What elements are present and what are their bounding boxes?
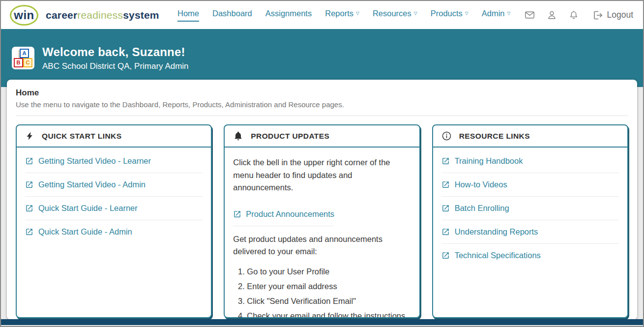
top-navbar: win careerreadinesssystem Home Dashboard…: [1, 1, 643, 29]
link-understanding-reports[interactable]: Understanding Reports: [441, 220, 619, 244]
welcome-title: Welcome back, Suzanne!: [42, 45, 189, 59]
step-item: Check your email and follow the instruct…: [247, 310, 410, 318]
nav-products[interactable]: Products▽: [431, 9, 468, 22]
verification-steps-list: Go to your User Profile Enter your email…: [238, 266, 410, 318]
divider: [16, 116, 628, 116]
banner-text: Welcome back, Suzanne! ABC School Distri…: [42, 45, 189, 71]
page-title: Home: [16, 88, 628, 98]
user-icon[interactable]: [546, 9, 557, 21]
quick-start-links-header: QUICK START LINKS: [17, 125, 211, 148]
product-updates-header: PRODUCT UPDATES: [225, 125, 419, 148]
district-role-subtitle: ABC School District QA, Primary Admin: [42, 61, 189, 71]
link-technical-specifications[interactable]: Technical Specifications: [441, 244, 619, 267]
quick-start-links-body: Getting Started Video - Learner Getting …: [17, 148, 211, 248]
logout-button[interactable]: Logout: [592, 9, 633, 21]
win-logo-ring: win: [10, 5, 38, 26]
brand-wordmark: careerreadinesssystem: [46, 9, 159, 21]
card-title: RESOURCE LINKS: [459, 132, 530, 141]
info-icon: [441, 131, 452, 141]
link-quick-start-guide-admin[interactable]: Quick Start Guide - Admin: [25, 220, 203, 243]
link-how-to-videos[interactable]: How-to Videos: [441, 173, 619, 197]
block-c: C: [23, 58, 32, 67]
logout-icon: [592, 9, 604, 21]
external-link-icon: [441, 251, 450, 260]
abc-blocks-icon: A B C: [12, 47, 34, 69]
bell-icon: [233, 131, 243, 141]
card-title: PRODUCT UPDATES: [251, 132, 329, 141]
link-product-announcements[interactable]: Product Announcements: [233, 203, 334, 226]
home-panel: Home Use the menu to navigate to the Das…: [7, 80, 637, 320]
bell-icon[interactable]: [568, 10, 579, 21]
welcome-banner: A B C Welcome back, Suzanne! ABC School …: [1, 29, 643, 87]
external-link-icon: [441, 204, 450, 212]
link-batch-enrolling[interactable]: Batch Enrolling: [441, 197, 619, 220]
resource-links-card: RESOURCE LINKS Training Handbook How-to …: [432, 124, 628, 318]
external-link-icon: [25, 157, 33, 165]
updates-email-text: Get product updates and announcements de…: [233, 233, 410, 258]
product-updates-body: Click the bell in the upper right corner…: [225, 148, 419, 318]
link-quick-start-guide-learner[interactable]: Quick Start Guide - Learner: [25, 197, 203, 220]
external-link-icon: [441, 180, 450, 189]
main-nav: Home Dashboard Assignments Reports▽ Reso…: [177, 9, 510, 22]
nav-reports[interactable]: Reports▽: [325, 9, 359, 22]
chevron-down-icon: ▽: [507, 11, 511, 16]
step-item: Click "Send Verification Email": [247, 295, 410, 307]
block-b: B: [14, 58, 23, 67]
external-link-icon: [25, 204, 33, 212]
page-description: Use the menu to navigate to the Dashboar…: [16, 100, 628, 109]
external-link-icon: [25, 180, 33, 189]
step-item: Enter your email address: [247, 280, 410, 293]
external-link-icon: [233, 210, 241, 218]
chevron-down-icon: ▽: [465, 11, 468, 16]
chevron-down-icon: ▽: [414, 11, 417, 16]
step-item: Go to your User Profile: [247, 266, 410, 278]
win-logo[interactable]: win careerreadinesssystem: [10, 5, 159, 26]
nav-icon-group: [524, 9, 579, 21]
cards-row: QUICK START LINKS Getting Started Video …: [16, 124, 628, 318]
updates-intro-text: Click the bell in the upper right corner…: [233, 156, 410, 194]
nav-assignments[interactable]: Assignments: [265, 9, 312, 22]
resource-links-header: RESOURCE LINKS: [433, 125, 627, 148]
link-getting-started-video-learner[interactable]: Getting Started Video - Learner: [25, 149, 203, 173]
footer-bar: [1, 319, 643, 325]
external-link-icon: [441, 157, 450, 165]
external-link-icon: [25, 228, 33, 236]
block-a: A: [20, 49, 29, 58]
card-title: QUICK START LINKS: [42, 132, 121, 141]
nav-admin[interactable]: Admin▽: [482, 9, 511, 22]
lightning-icon: [25, 131, 34, 141]
quick-start-links-card: QUICK START LINKS Getting Started Video …: [16, 124, 212, 318]
mail-icon[interactable]: [524, 9, 535, 21]
nav-home[interactable]: Home: [177, 9, 199, 22]
chevron-down-icon: ▽: [356, 11, 359, 16]
app-window: win careerreadinesssystem Home Dashboard…: [0, 0, 644, 327]
resource-links-body: Training Handbook How-to Videos Batch En…: [433, 148, 627, 272]
nav-dashboard[interactable]: Dashboard: [212, 9, 252, 22]
win-logo-text: win: [14, 9, 34, 21]
link-getting-started-video-admin[interactable]: Getting Started Video - Admin: [25, 173, 203, 197]
nav-resources[interactable]: Resources▽: [373, 9, 417, 22]
product-updates-card: PRODUCT UPDATES Click the bell in the up…: [224, 124, 420, 318]
link-training-handbook[interactable]: Training Handbook: [441, 149, 619, 173]
external-link-icon: [441, 228, 450, 236]
